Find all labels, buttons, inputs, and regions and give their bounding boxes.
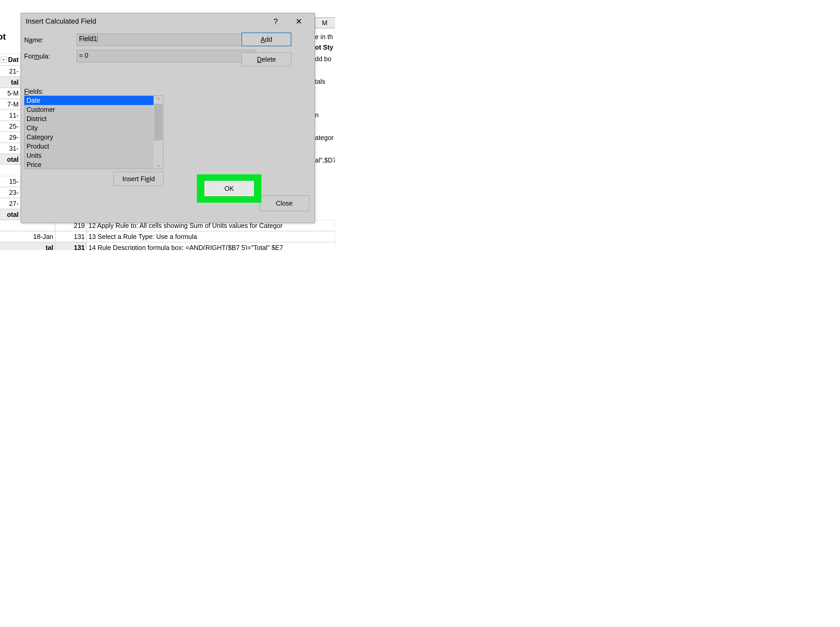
row-29[interactable]: 29- [0,132,20,143]
bg-header-dat-label: Dat [8,56,19,63]
text-caret [97,36,98,43]
formula-label: Formula: [24,52,50,60]
insert-field-button[interactable]: Insert Field [114,172,164,186]
field-item-date[interactable]: Date [24,96,154,105]
name-input[interactable]: Field1 [77,34,246,46]
field-item-customer[interactable]: Customer [24,105,154,114]
insert-field-button-label: Insert Field [122,175,155,183]
dialog-title: Insert Calculated Field [26,17,96,25]
fields-listbox[interactable]: Date Customer District City Category Pro… [24,96,163,169]
dialog-close-button[interactable]: ✕ [293,15,305,28]
add-button-label: Add [261,36,272,43]
cell-line13[interactable]: 13 Select a Rule Type: Use a formula [87,231,335,242]
name-label: Name: [24,36,44,44]
field-item-district[interactable]: District [24,114,154,123]
row-total-bottom[interactable]: tal [0,242,55,250]
formula-input-value: = 0 [79,52,88,59]
cell-line14[interactable]: 14 Rule Description formula box: =AND(RI… [87,242,335,250]
add-button[interactable]: Add [242,33,291,46]
name-combo: Field1 ⌄ [77,34,256,46]
cell-131a[interactable]: 131 [55,231,87,242]
bg-pivot-frag: ivot [0,32,6,42]
field-item-city[interactable]: City [24,123,154,132]
close-button[interactable]: Close [260,195,309,211]
frag-ald7: al",$D7 [315,156,335,164]
row-31[interactable]: 31- [0,143,20,154]
filter-dropdown-icon[interactable]: ▾ [1,57,6,63]
help-icon: ? [274,17,278,26]
row-7m[interactable]: 7-M [0,99,20,110]
insert-calculated-field-dialog: Insert Calculated Field ? ✕ Name: Field1… [21,13,315,223]
close-button-label: Close [276,200,293,207]
scroll-up-arrow-icon[interactable]: ⌃ [154,96,163,104]
frag-n: n [315,111,319,119]
row-18jan[interactable]: 18-Jan [0,231,55,242]
bg-header-dat: ▾ Dat [0,54,20,66]
formula-input[interactable]: = 0 [77,50,256,62]
delete-button-label: Delete [257,56,276,63]
frag-tals: tals [315,78,325,85]
cell-131b[interactable]: 131 [55,242,87,250]
row-23[interactable]: 23- [0,187,20,198]
ok-button[interactable]: OK [204,181,254,196]
row-5m[interactable]: 5-M [0,88,20,99]
ok-button-label: OK [225,185,234,192]
frag-ategor: ategor [315,134,333,142]
dialog-body: Name: Field1 ⌄ Formula: = 0 Add Delete F… [21,32,315,223]
scroll-down-arrow-icon[interactable]: ⌄ [154,161,163,169]
row-total-2[interactable]: otal [0,154,20,165]
help-button[interactable]: ? [269,15,282,28]
col-header-m[interactable]: M [315,17,335,28]
field-item-product[interactable]: Product [24,142,154,151]
row-total-1[interactable]: tal [0,77,20,88]
row-15[interactable]: 15- [0,176,20,187]
frag-otsty: ot Sty [315,44,333,51]
row-11[interactable]: 11- [0,110,20,121]
row-27[interactable]: 27- [0,198,20,209]
field-item-price[interactable]: Price [24,160,154,169]
delete-button[interactable]: Delete [242,52,291,66]
scroll-thumb[interactable] [154,104,162,140]
close-icon: ✕ [296,17,302,26]
row-21[interactable]: 21- [0,66,20,77]
field-item-units[interactable]: Units [24,151,154,160]
dialog-titlebar: Insert Calculated Field ? ✕ [21,13,315,29]
name-input-value: Field1 [79,35,97,42]
ok-button-highlight: OK [197,174,261,203]
fields-label: Fields: [24,88,44,95]
col-header-m-label: M [322,19,327,27]
fields-scrollbar[interactable]: ⌃ ⌄ [154,96,163,169]
row-total-3[interactable]: otal [0,209,20,220]
frag-ddbo: dd bo [315,55,332,63]
field-item-category[interactable]: Category [24,132,154,142]
frag-ein: e in th [315,33,333,41]
fields-list: Date Customer District City Category Pro… [24,96,154,169]
row-25[interactable]: 25- [0,121,20,132]
